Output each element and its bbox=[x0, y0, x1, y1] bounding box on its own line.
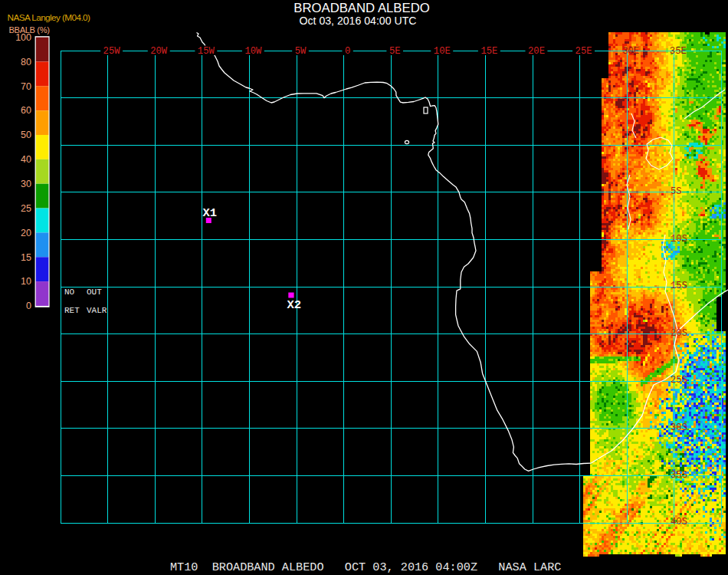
svg-text:NASA Langley (M04.0): NASA Langley (M04.0) bbox=[8, 12, 91, 23]
svg-text:35E: 35E bbox=[670, 46, 687, 57]
svg-text:X2: X2 bbox=[287, 298, 302, 312]
svg-text:5W: 5W bbox=[295, 46, 307, 57]
svg-text:10W: 10W bbox=[244, 46, 262, 57]
svg-text:MT10 BROADBAND ALBEDO OCT 0: MT10 BROADBAND ALBEDO OCT 03, 2016 04:00… bbox=[170, 560, 561, 574]
svg-text:Oct 03, 2016 04:00 UTC: Oct 03, 2016 04:00 UTC bbox=[300, 15, 417, 27]
svg-text:40S: 40S bbox=[671, 517, 687, 527]
svg-text:15S: 15S bbox=[671, 281, 687, 291]
svg-text:25W: 25W bbox=[103, 46, 121, 57]
svg-text:40: 40 bbox=[21, 154, 31, 165]
svg-text:15: 15 bbox=[21, 252, 31, 263]
svg-text:BROADBAND ALBEDO: BROADBAND ALBEDO bbox=[293, 2, 430, 15]
svg-text:20E: 20E bbox=[528, 46, 545, 57]
svg-text:10S: 10S bbox=[671, 234, 687, 245]
svg-text:70: 70 bbox=[21, 81, 31, 92]
svg-text:15E: 15E bbox=[480, 46, 497, 57]
svg-text:80: 80 bbox=[21, 57, 31, 67]
svg-text:30: 30 bbox=[21, 179, 31, 189]
svg-text:20W: 20W bbox=[150, 46, 168, 57]
svg-text:25: 25 bbox=[21, 203, 31, 214]
svg-text:20: 20 bbox=[21, 228, 31, 238]
svg-text:30S: 30S bbox=[671, 422, 687, 433]
svg-text:25E: 25E bbox=[576, 46, 592, 57]
svg-text:0: 0 bbox=[26, 301, 31, 311]
svg-text:35S: 35S bbox=[671, 470, 687, 481]
svg-text:20S: 20S bbox=[671, 328, 687, 339]
svg-text:5E: 5E bbox=[389, 46, 401, 57]
svg-text:10: 10 bbox=[21, 276, 31, 287]
svg-text:BBALB (%): BBALB (%) bbox=[9, 25, 51, 34]
svg-text:50: 50 bbox=[21, 130, 31, 140]
svg-text:60: 60 bbox=[21, 105, 31, 116]
svg-text:25S: 25S bbox=[671, 375, 687, 386]
svg-text:30E: 30E bbox=[622, 46, 639, 57]
svg-text:10E: 10E bbox=[434, 46, 451, 57]
svg-text:5S: 5S bbox=[671, 186, 682, 197]
svg-text:0: 0 bbox=[345, 46, 350, 57]
svg-text:15W: 15W bbox=[198, 46, 215, 57]
